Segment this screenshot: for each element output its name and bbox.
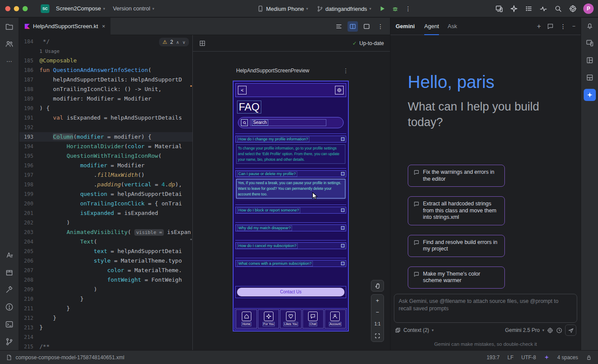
code-line[interactable]: 1 Usage	[20, 46, 192, 56]
code-line[interactable]: 189 modifier: Modifier = Modifier	[20, 94, 192, 104]
suggestion-card[interactable]: Find and resolve build errors in my proj…	[408, 235, 505, 257]
code-editor[interactable]: 184 */1 Usage185@Composable186fun Questi…	[20, 35, 193, 350]
code-line[interactable]: 192	[20, 123, 192, 132]
inspection-widget[interactable]: ⚠ 2 ∧ ∨	[159, 38, 189, 46]
code-line[interactable]: 211 }	[20, 304, 192, 313]
project-menu[interactable]: Screen2Compose▾	[52, 3, 109, 15]
model-selector[interactable]: Gemini 2.5 Pro	[505, 327, 540, 333]
gemini-toolwindow-button[interactable]	[584, 89, 596, 101]
send-button[interactable]	[565, 325, 576, 336]
debug-button[interactable]	[389, 3, 401, 15]
code-line[interactable]: 207 color = MaterialTheme.	[20, 266, 192, 275]
code-line[interactable]: 201 isExpanded = isExpanded	[20, 208, 192, 218]
next-problem-button[interactable]: ∨	[182, 40, 185, 45]
compose-preview-phone[interactable]: < FAQ Search How do I chang	[233, 81, 349, 332]
code-line[interactable]: 206 style = MaterialTheme.typo	[20, 256, 192, 266]
code-line[interactable]: 204 Text(	[20, 237, 192, 247]
preview-options-button[interactable]: ⋮	[343, 67, 349, 74]
ai-actions-button[interactable]	[508, 3, 520, 15]
code-line[interactable]: 209 )	[20, 285, 192, 294]
code-line[interactable]: 193 Column(modifier = modifier) {	[20, 132, 192, 142]
indent-setting[interactable]: 4 spaces	[557, 354, 578, 361]
tab-ask[interactable]: Ask	[448, 18, 457, 35]
code-line[interactable]: 199 question = helpAndSupportDetai	[20, 189, 192, 199]
code-line[interactable]: 202 )	[20, 218, 192, 228]
close-window-button[interactable]	[5, 6, 10, 11]
code-line[interactable]: 212 }	[20, 313, 192, 323]
gemini-prompt-input[interactable]	[394, 294, 577, 323]
code-line[interactable]: 194 HorizontalDivider(color = Material	[20, 142, 192, 151]
gemini-status-icon[interactable]	[544, 354, 549, 360]
caret-position[interactable]: 193:7	[487, 354, 500, 361]
running-devices-button[interactable]	[493, 3, 505, 15]
build-toolwindow-button[interactable]	[3, 283, 16, 296]
zoom-to-fit-button[interactable]	[371, 330, 384, 341]
code-line[interactable]: 187 helpAndSupportDetails: HelpAndSuppor…	[20, 75, 192, 84]
context-selector[interactable]: Context (2)	[403, 327, 429, 333]
git-branch-selector[interactable]: datingandfriends▾	[313, 3, 375, 15]
version-control-toolwindow-button[interactable]	[3, 335, 16, 348]
code-line[interactable]: 188 onTrailingIconClick: () -> Unit,	[20, 84, 192, 94]
maximize-window-button[interactable]	[23, 6, 28, 11]
settings-icon[interactable]	[335, 86, 344, 94]
panel-options-button[interactable]: ⋮	[560, 23, 566, 30]
device-manager-button[interactable]	[584, 37, 596, 49]
nav-item-likes-you[interactable]: Likes You	[280, 309, 301, 328]
split-view-button[interactable]	[348, 21, 358, 32]
new-chat-button[interactable]: +	[537, 23, 541, 30]
faq-answer-selected[interactable]: Yes, if you need a break, you can pause …	[236, 179, 345, 198]
faq-question[interactable]: How do I cancel my subscription?	[235, 242, 346, 249]
device-selector[interactable]: Medium Phone▾	[253, 3, 312, 15]
run-button[interactable]	[376, 3, 388, 15]
terminal-toolwindow-button[interactable]	[3, 318, 16, 330]
file-encoding[interactable]: UTF-8	[521, 354, 536, 361]
more-actions-button[interactable]: ⋮	[402, 3, 414, 15]
search-everywhere-button[interactable]	[552, 3, 564, 15]
structure-toolwindow-button[interactable]	[3, 38, 16, 50]
code-line[interactable]: 208 fontWeight = FontWeigh	[20, 275, 192, 285]
profiler-button[interactable]	[537, 3, 549, 15]
code-line[interactable]: 215/**	[20, 342, 192, 350]
hide-panel-button[interactable]: −	[572, 23, 575, 29]
nav-item-for-you[interactable]: For You	[258, 309, 279, 328]
code-line[interactable]: 186fun QuestionAndAnswerInfoSection(	[20, 65, 192, 75]
todo-list-button[interactable]	[523, 3, 535, 15]
code-line[interactable]: 195 QuestionWithTrailingIconRow(	[20, 151, 192, 161]
faq-question[interactable]: What comes with a premium subscription?	[235, 260, 346, 267]
code-line[interactable]: 210 }	[20, 294, 192, 304]
faq-question[interactable]: How do I block or report someone?	[235, 207, 346, 214]
problems-toolwindow-button[interactable]	[3, 301, 16, 313]
minimize-window-button[interactable]	[14, 6, 19, 11]
code-view-button[interactable]	[334, 21, 344, 32]
translations-toolwindow-button[interactable]	[3, 249, 16, 261]
close-tab-icon[interactable]: ×	[102, 23, 105, 29]
resource-manager-toolwindow-button[interactable]	[3, 266, 16, 278]
contact-us-button[interactable]: Contact Us	[235, 286, 346, 298]
nav-item-home[interactable]: Home	[236, 309, 257, 328]
suggestion-card[interactable]: Extract all hardcoded strings from this …	[408, 196, 505, 225]
gear-icon[interactable]	[547, 327, 553, 334]
version-control-menu[interactable]: Version control▾	[109, 3, 159, 15]
code-line[interactable]: 213}	[20, 323, 192, 332]
preview-canvas[interactable]: HelpAndSupportScreenPreview ⋮ < FAQ	[193, 52, 390, 350]
zoom-out-button[interactable]: −	[371, 306, 384, 318]
nav-item-chat[interactable]: Chat	[302, 309, 324, 328]
prev-problem-button[interactable]: ∧	[176, 40, 179, 45]
code-line[interactable]: 214	[20, 332, 192, 342]
lock-icon[interactable]	[586, 354, 592, 361]
chat-history-icon[interactable]	[547, 23, 554, 30]
back-button[interactable]: <	[238, 86, 247, 94]
faq-question[interactable]: Can I pause or delete my profile?	[235, 170, 346, 177]
project-toolwindow-button[interactable]	[3, 20, 16, 32]
user-avatar[interactable]: P	[583, 3, 594, 14]
code-line[interactable]: 196 modifier = Modifier	[20, 161, 192, 170]
code-line[interactable]: 185@Composable	[20, 56, 192, 65]
zoom-actual-size-button[interactable]: 1:1	[371, 318, 384, 330]
faq-question[interactable]: Why did my match disappear?	[235, 224, 346, 231]
design-view-button[interactable]	[361, 21, 372, 32]
editor-tab[interactable]: HelpAndSupportScreen.kt ×	[20, 18, 110, 35]
layout-inspector-button[interactable]	[584, 54, 596, 66]
code-line[interactable]: 191 val isExpanded = helpAndSupportDetai…	[20, 113, 192, 123]
code-line[interactable]: 200 onTrailingIconClick = { onTrai	[20, 199, 192, 208]
nav-item-account[interactable]: Account	[325, 309, 346, 328]
